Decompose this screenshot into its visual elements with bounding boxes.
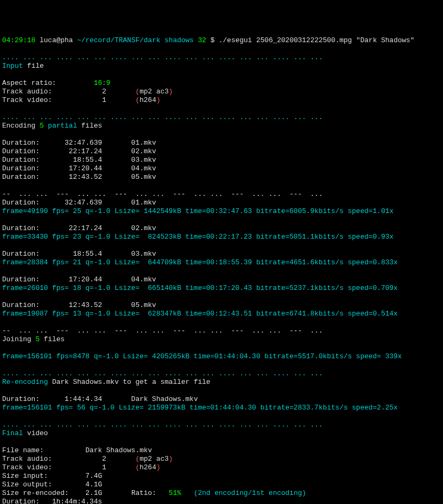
prompt-dollar: $ bbox=[210, 36, 215, 44]
prompt-path: ~/record/TRANSF/dark shadows bbox=[77, 36, 193, 44]
prompt-user: luca@pha bbox=[39, 36, 73, 44]
ffmpeg-stat: frame=28384 fps= 21 q=-1.0 Lsize= 644709… bbox=[2, 258, 398, 266]
aspect-ratio-line: Aspect ratio: 16:9 bbox=[2, 79, 110, 87]
separator-dots: .... ... ... .... ... ... .... ... ... .… bbox=[2, 369, 323, 377]
track-audio-line: Track audio: 2 (mp2 ac3) bbox=[2, 88, 173, 96]
progress-block: Duration: 17:20.44 04.mkv bbox=[2, 275, 156, 284]
section-input: Input file bbox=[2, 62, 44, 70]
final-track-video: Track video: 1 (h264) bbox=[2, 463, 161, 471]
final-size-reenc: Size re-encoded: 2.1G Ratio: 51% (2nd en… bbox=[2, 489, 306, 497]
progress-block: Duration: 22:17.24 02.mkv bbox=[2, 224, 156, 232]
dash-separator: -- ... ... --- ... ... --- ... ... --- .… bbox=[2, 190, 323, 198]
final-track-audio: Track audio: 2 (mp2 ac3) bbox=[2, 455, 173, 463]
prompt-line[interactable]: 04:29:18 luca@pha ~/record/TRANSF/dark s… bbox=[2, 36, 414, 44]
dash-separator: -- ... ... --- ... ... --- ... ... --- .… bbox=[2, 327, 323, 335]
progress-block: Duration: 12:43.52 05.mkv bbox=[2, 301, 156, 309]
ffmpeg-stat: frame=49190 fps= 25 q=-1.0 Lsize= 144254… bbox=[2, 207, 393, 215]
separator-dots: .... ... ... .... ... ... .... ... ... .… bbox=[2, 53, 323, 61]
prompt-time: 04:29:18 bbox=[2, 36, 35, 44]
section-final: Final video bbox=[2, 429, 48, 437]
duration-row: Duration: 32:47.639 01.mkv bbox=[2, 139, 156, 147]
ffmpeg-stat: frame=19087 fps= 13 q=-1.0 Lsize= 628347… bbox=[2, 310, 398, 318]
ffmpeg-join-stat: frame=156101 fps=8478 q=-1.0 Lsize= 4205… bbox=[2, 352, 402, 360]
ffmpeg-reenc-stat: frame=156101 fps= 56 q=-1.0 Lsize= 21599… bbox=[2, 404, 398, 412]
prompt-num: 32 bbox=[198, 36, 207, 44]
final-filename: File name: Dark Shadows.mkv bbox=[2, 446, 152, 454]
progress-block: Duration: 18:55.4 03.mkv bbox=[2, 250, 156, 258]
section-encoding: Encoding 5 partial files bbox=[2, 122, 102, 130]
final-size-input: Size input: 7.4G bbox=[2, 472, 102, 480]
ffmpeg-stat: frame=26010 fps= 18 q=-1.0 Lsize= 665140… bbox=[2, 284, 398, 292]
final-duration: Duration: 1h:44m:4.34s bbox=[2, 498, 102, 504]
prompt-cmd: ./esegui 2506_20200312222500.mpg "Dark S… bbox=[219, 36, 415, 44]
separator-dots: .... ... ... .... ... ... .... ... ... .… bbox=[2, 421, 323, 429]
separator-dots: .... ... ... .... ... ... .... ... ... .… bbox=[2, 113, 323, 121]
duration-row: Duration: 12:43.52 05.mkv bbox=[2, 173, 156, 181]
track-video-line: Track video: 1 (h264) bbox=[2, 96, 161, 104]
duration-row: Duration: 22:17.24 02.mkv bbox=[2, 147, 156, 155]
duration-row: Duration: 17:20.44 04.mkv bbox=[2, 164, 156, 172]
ffmpeg-stat: frame=33430 fps= 23 q=-1.0 Lsize= 824523… bbox=[2, 233, 393, 241]
section-joining: Joining 5 files bbox=[2, 335, 65, 343]
reenc-duration: Duration: 1:44:4.34 Dark Shadows.mkv bbox=[2, 395, 198, 403]
duration-row: Duration: 18:55.4 03.mkv bbox=[2, 156, 156, 164]
section-reencoding: Re-encoding Dark Shadows.mkv to get a sm… bbox=[2, 378, 210, 386]
final-size-output: Size output: 4.1G bbox=[2, 481, 102, 489]
progress-block: Duration: 32:47.639 01.mkv bbox=[2, 199, 156, 207]
